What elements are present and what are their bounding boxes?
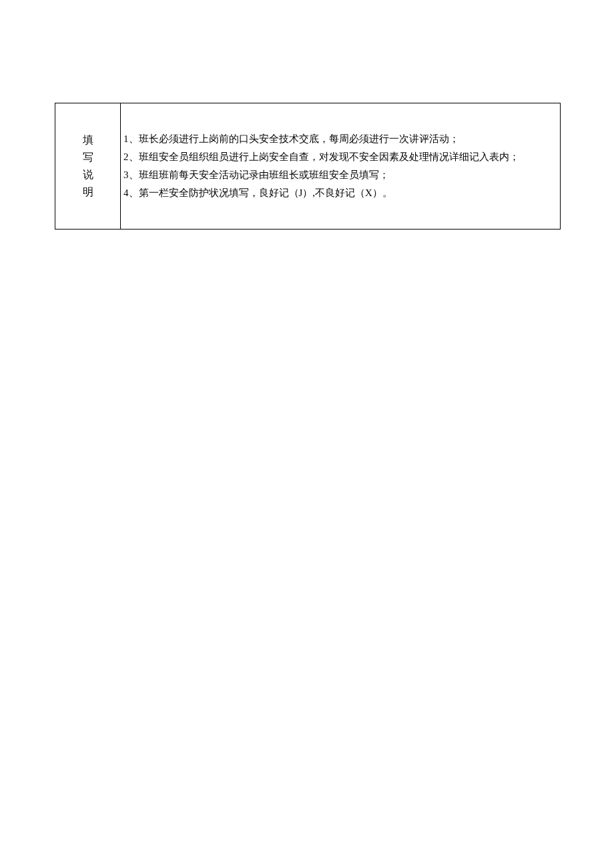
instruction-line-2: 2、班组安全员组织组员进行上岗安全自查，对发现不安全因素及处理情况详细记入表内； (123, 148, 553, 166)
instruction-table: 填 写 说 明 1、班长必须进行上岗前的口头安全技术交底，每周必须进行一次讲评活… (55, 103, 561, 230)
instruction-line-3: 3、班组班前每天安全活动记录由班组长或班组安全员填写； (123, 166, 553, 184)
instruction-line-1: 1、班长必须进行上岗前的口头安全技术交底，每周必须进行一次讲评活动； (123, 130, 553, 148)
instruction-line-4: 4、第一栏安全防护状况填写，良好记（J）,不良好记（X）。 (123, 184, 553, 202)
label-char-3: 说 (55, 166, 120, 183)
label-char-1: 填 (55, 131, 120, 149)
label-char-2: 写 (55, 149, 120, 166)
label-char-4: 明 (55, 183, 120, 201)
label-cell: 填 写 说 明 (55, 103, 121, 230)
table-row: 填 写 说 明 1、班长必须进行上岗前的口头安全技术交底，每周必须进行一次讲评活… (55, 103, 561, 230)
document-page: 填 写 说 明 1、班长必须进行上岗前的口头安全技术交底，每周必须进行一次讲评活… (0, 0, 614, 230)
content-cell: 1、班长必须进行上岗前的口头安全技术交底，每周必须进行一次讲评活动； 2、班组安… (121, 103, 561, 230)
